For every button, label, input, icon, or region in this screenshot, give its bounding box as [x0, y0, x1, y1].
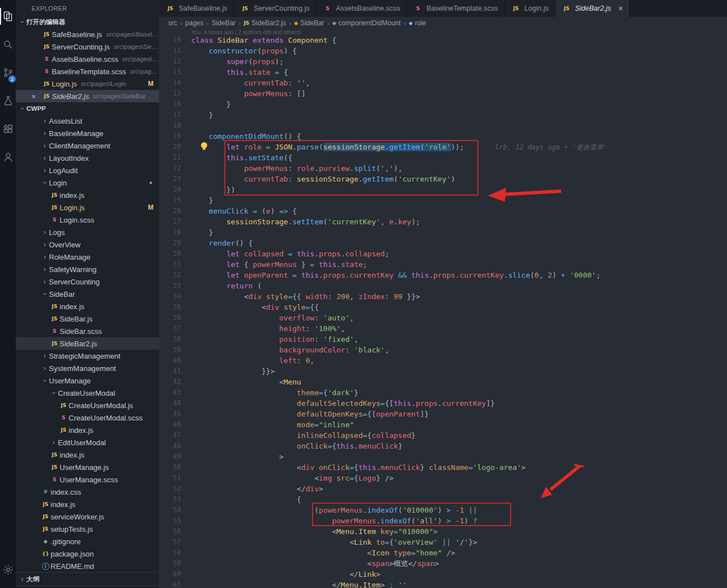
tree-folder-item[interactable]: ›SideBar [16, 288, 159, 300]
tree-file-item[interactable]: SCreateUserModal.scss [16, 411, 159, 424]
tab-AssetsBaseline.scss[interactable]: SAssetsBaseline.scss [317, 0, 407, 17]
open-editor-path: src\pages\SideBar [93, 93, 146, 99]
tab-SideBar2.js[interactable]: JSSideBar2.js× [556, 0, 630, 17]
open-editor-item[interactable]: JSLogin.jssrc\pages\LoginM [16, 78, 159, 90]
breadcrumb-item[interactable]: pages [185, 19, 204, 27]
tree-folder-item[interactable]: ›RoleManage [16, 251, 159, 263]
tree-folder-item[interactable]: ›SafetyWarning [16, 263, 159, 275]
settings-gear-icon[interactable] [0, 555, 16, 584]
breadcrumb-item[interactable]: JSSideBar2.js [243, 19, 286, 27]
search-icon[interactable] [0, 30, 16, 58]
activity-bar-top: 2 [0, 0, 16, 171]
breadcrumb-item[interactable]: ◆SideBar [294, 19, 324, 27]
tree-file-item[interactable]: JSsetupTests.js [16, 523, 159, 535]
tree-file-item[interactable]: iREADME.md [16, 560, 159, 572]
tab-SafeBaseline.js[interactable]: JSSafeBaseline.js [159, 0, 234, 17]
tree-file-item[interactable]: SSideBar.scss [16, 325, 159, 337]
tree-folder-item[interactable]: ›ClientManagement [16, 139, 159, 152]
code-line: 40 left: 0, [159, 355, 727, 366]
tree-folder-item[interactable]: ›BaselineManage [16, 127, 159, 139]
tree-file-item[interactable]: JSindex.js [16, 189, 159, 201]
tree-folder-item[interactable]: ›Logs [16, 226, 159, 238]
tree-folder-item[interactable]: ›Login● [16, 177, 159, 189]
chevron-down-icon: › [19, 105, 26, 113]
line-number: 30 [159, 248, 191, 259]
chevron-right-icon: › [40, 265, 49, 273]
tree-file-item[interactable]: ◆.gitignore [16, 535, 159, 548]
tree-file-item[interactable]: SUserManage.scss [16, 473, 159, 486]
sidebar-section-大纲[interactable]: ›大纲 [16, 572, 159, 585]
extensions-icon[interactable] [0, 115, 16, 143]
account-icon[interactable] [0, 143, 16, 171]
tree-item-label: setupTests.js [51, 525, 93, 533]
code-line-content: currentTab: '', [191, 78, 310, 88]
open-editor-label: SafeBaseline.js [52, 30, 102, 39]
code-lines: 10class SideBar extends Component {11 co… [159, 35, 727, 588]
tab-ServerCounting.js[interactable]: JSServerCounting.js [234, 0, 316, 17]
line-number: 59 [159, 558, 191, 569]
open-editors-header[interactable]: › 打开的编辑器 [16, 16, 159, 28]
tree-file-item[interactable]: JSSideBar2.js [16, 337, 159, 350]
tree-folder-item[interactable]: ›SystemManagement [16, 362, 159, 374]
close-icon[interactable]: × [31, 92, 42, 101]
code-line-content: } [191, 110, 213, 120]
project-section-header[interactable]: › CWPP [16, 102, 159, 115]
open-editor-path: src\pages\Login [81, 80, 127, 87]
tab-Login.js[interactable]: JSLogin.js [505, 0, 556, 17]
test-flask-icon[interactable] [0, 87, 16, 115]
code-line: 37 height: '100%', [159, 323, 727, 334]
tree-file-item[interactable]: JSCreateUserModal.js [16, 399, 159, 411]
tree-folder-item[interactable]: ›OverView [16, 238, 159, 251]
tree-file-item[interactable]: JSindex.js [16, 300, 159, 313]
tree-file-item[interactable]: JSserviceWorker.js [16, 510, 159, 523]
tree-file-item[interactable]: JSUserManage.js [16, 461, 159, 473]
code-line-content: let openParent = this.props.currentKey &… [191, 270, 600, 281]
tree-file-item[interactable]: {}package.json [16, 548, 159, 560]
explorer-sidebar: EXPLORER › 打开的编辑器 JSSafeBaseline.jssrc\p… [16, 0, 159, 588]
tree-item-label: CreateUserModal [58, 389, 115, 397]
tree-file-item[interactable]: JSindex.js [16, 449, 159, 461]
close-icon[interactable]: × [618, 4, 623, 12]
line-number: 13 [159, 67, 191, 78]
tree-folder-item[interactable]: ›UserManage [16, 374, 159, 387]
code-line: 60 </Link> [159, 569, 727, 580]
tree-folder-item[interactable]: ›StrategicManagement [16, 350, 159, 362]
file-tree: ›AssetsList›BaselineManage›ClientManagem… [16, 115, 159, 572]
open-editors-header-label: 打开的编辑器 [26, 18, 65, 26]
editor-area: JSSafeBaseline.jsJSServerCounting.jsSAss… [159, 0, 727, 588]
tree-folder-item[interactable]: ›AssetsList [16, 115, 159, 127]
tree-folder-item[interactable]: ›LayoutIndex [16, 152, 159, 164]
code-line: 52 </div> [159, 483, 727, 494]
line-number: 19 [159, 131, 191, 142]
breadcrumb-item[interactable]: ◆componentDidMount [332, 19, 401, 27]
tree-file-item[interactable]: JSindex.js [16, 424, 159, 436]
source-control-icon[interactable]: 2 [0, 58, 16, 87]
sidebar-section-NPM 脚本[interactable]: ›NPM 脚本 [16, 585, 159, 588]
open-editor-item[interactable]: SAssetsBaseline.scsssrc\pages\Ba... [16, 53, 159, 65]
breadcrumb-item[interactable]: SideBar [211, 19, 236, 27]
tree-folder-item[interactable]: ›EditUserModal [16, 436, 159, 449]
code-line-content: powerMenus: [] [191, 88, 306, 99]
tree-folder-item[interactable]: ›LogAudit [16, 164, 159, 177]
open-editor-item[interactable]: ×JSSideBar2.jssrc\pages\SideBar [16, 90, 159, 102]
code-editor[interactable]: You, 4 hours ago | 2 authors (lrb and ot… [159, 29, 727, 588]
explorer-icon[interactable] [0, 2, 16, 30]
tree-file-item[interactable]: JSSideBar.js [16, 313, 159, 325]
tree-folder-item[interactable]: ›CreateUserModal [16, 387, 159, 399]
tree-file-item[interactable]: #index.css [16, 486, 159, 498]
tree-file-item[interactable]: JSLogin.jsM [16, 201, 159, 214]
chevron-right-icon: › [49, 438, 58, 446]
tree-folder-item[interactable]: ›ServerCounting [16, 275, 159, 288]
tree-file-item[interactable]: SLogin.scss [16, 214, 159, 226]
breadcrumb-item[interactable]: ◆role [409, 19, 426, 27]
open-editor-item[interactable]: SBaselineTemplate.scsssrc\pages... [16, 65, 159, 78]
code-line: 16 } [159, 99, 727, 110]
tab-BaselineTemplate.scss[interactable]: SBaselineTemplate.scss [407, 0, 504, 17]
code-line: 33 return ( [159, 281, 727, 291]
tree-file-item[interactable]: JSindex.js [16, 498, 159, 510]
breadcrumb-item[interactable]: src [168, 19, 177, 27]
open-editor-item[interactable]: JSServerCounting.jssrc\pages\Serv... [16, 40, 159, 53]
line-number: 60 [159, 569, 191, 580]
open-editor-item[interactable]: JSSafeBaseline.jssrc\pages\Baselin... [16, 28, 159, 40]
line-number: 29 [159, 238, 191, 248]
